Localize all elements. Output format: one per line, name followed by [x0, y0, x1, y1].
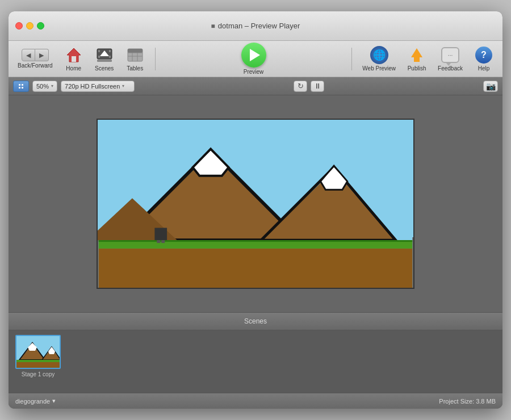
controls-bar: 50% ▾ 720p HD Fullscreen ▾ ↻ ⏸ 📷: [9, 77, 502, 95]
scenes-icon: [95, 46, 114, 64]
back-forward-button[interactable]: ◀ ▶ Back/Forward: [13, 47, 57, 71]
arrow-base: [414, 57, 420, 62]
thumbnails-area: Stage 1 copy: [9, 330, 502, 393]
arrow-up-icon: [411, 48, 422, 57]
tables-button[interactable]: Tables: [121, 44, 149, 74]
svg-rect-5: [98, 50, 100, 52]
help-icon: ?: [475, 46, 493, 64]
thumbnail-label-0: Stage 1 copy: [22, 371, 55, 377]
home-button[interactable]: Home: [60, 44, 88, 74]
close-button[interactable]: [15, 22, 23, 30]
scenes-label: Scenes: [95, 65, 114, 72]
thumbnail-scene-svg: [16, 336, 61, 369]
zoom-value: 50%: [36, 83, 49, 90]
web-preview-label: Web Preview: [362, 65, 396, 72]
svg-rect-4: [97, 60, 112, 62]
feedback-icon: ···: [441, 46, 459, 64]
grid-dot: [22, 84, 23, 86]
traffic-lights: [15, 22, 44, 30]
svg-rect-38: [16, 360, 61, 362]
scene-thumbnail-0[interactable]: Stage 1 copy: [15, 335, 61, 377]
game-scene-svg: [98, 120, 413, 288]
svg-rect-6: [109, 50, 111, 52]
toolbar: ◀ ▶ Back/Forward Home: [9, 41, 502, 77]
window-title: dotman – Preview Player: [218, 22, 300, 30]
back-arrow[interactable]: ◀: [22, 49, 35, 61]
upload-arrow-icon: [408, 46, 426, 64]
status-bar: diegogrande ▾ Project Size: 3.8 MB: [9, 393, 502, 409]
refresh-icon: ↻: [298, 82, 304, 90]
back-forward-label: Back/Forward: [18, 62, 53, 69]
grid-dot: [19, 87, 20, 89]
scenes-panel-header: Scenes: [9, 312, 502, 330]
svg-rect-10: [128, 49, 143, 53]
publish-button[interactable]: Publish: [403, 44, 431, 74]
user-menu[interactable]: diegogrande ▾: [15, 397, 56, 405]
svg-rect-8: [109, 56, 111, 58]
camera-button[interactable]: 📷: [483, 81, 498, 92]
svg-rect-1: [72, 56, 76, 62]
svg-rect-30: [161, 240, 165, 243]
question-mark-icon: ?: [475, 47, 492, 64]
nav-arrows: ◀ ▶: [22, 49, 49, 61]
feedback-label: Feedback: [438, 65, 463, 72]
scenes-panel-label: Scenes: [244, 317, 267, 325]
grid-button[interactable]: [13, 81, 29, 92]
help-label: Help: [478, 65, 490, 72]
svg-rect-27: [99, 249, 413, 288]
tables-icon: [126, 46, 144, 64]
title-text: ■ dotman – Preview Player: [211, 22, 300, 30]
title-bar: ■ dotman – Preview Player: [9, 11, 502, 41]
separator-2: [351, 48, 352, 70]
minimize-button[interactable]: [26, 22, 33, 30]
publish-icon: [408, 46, 426, 64]
svg-rect-28: [154, 228, 167, 240]
project-size: Project Size: 3.8 MB: [439, 398, 496, 405]
maximize-button[interactable]: [37, 22, 44, 30]
username: diegogrande: [15, 398, 50, 405]
resolution-value: 720p HD Fullscreen: [65, 83, 120, 90]
play-triangle: [250, 49, 260, 61]
refresh-button[interactable]: ↻: [294, 81, 307, 92]
grid-dot: [22, 87, 23, 89]
svg-rect-39: [16, 362, 61, 369]
zoom-selector[interactable]: 50% ▾: [32, 81, 57, 92]
feedback-button[interactable]: ··· Feedback: [433, 44, 467, 74]
preview-button[interactable]: Preview: [237, 40, 271, 77]
pause-button[interactable]: ⏸: [311, 81, 324, 92]
user-chevron-icon: ▾: [52, 397, 56, 405]
home-label: Home: [66, 65, 81, 72]
forward-arrow[interactable]: ▶: [35, 49, 49, 61]
web-preview-button[interactable]: 🌐 Web Preview: [358, 44, 400, 74]
scenes-button[interactable]: Scenes: [90, 44, 119, 74]
chevron-down-icon: ▾: [122, 83, 124, 89]
pause-icon: ⏸: [314, 82, 321, 90]
preview-label: Preview: [244, 69, 264, 75]
chevron-down-icon: ▾: [51, 83, 53, 89]
tables-label: Tables: [127, 65, 143, 72]
web-preview-icon: 🌐: [370, 46, 388, 64]
resolution-selector[interactable]: 720p HD Fullscreen ▾: [61, 81, 135, 92]
thumbnail-image-0: [15, 335, 61, 369]
globe-icon: 🌐: [370, 46, 388, 64]
separator-1: [155, 48, 156, 70]
svg-rect-26: [99, 240, 413, 242]
publish-label: Publish: [408, 65, 426, 72]
home-icon: [65, 46, 83, 64]
title-icon: ■: [211, 22, 215, 30]
camera-icon: 📷: [486, 82, 496, 91]
speech-bubble-icon: ···: [441, 47, 459, 63]
svg-rect-29: [157, 240, 160, 243]
grid-dot: [19, 84, 20, 86]
preview-area: [9, 95, 502, 312]
app-window: ■ dotman – Preview Player ◀ ▶ Back/Forwa…: [9, 11, 502, 409]
help-button[interactable]: ? Help: [470, 44, 498, 74]
svg-rect-7: [98, 56, 100, 58]
game-canvas: [97, 119, 414, 289]
preview-play-icon: [241, 43, 266, 68]
